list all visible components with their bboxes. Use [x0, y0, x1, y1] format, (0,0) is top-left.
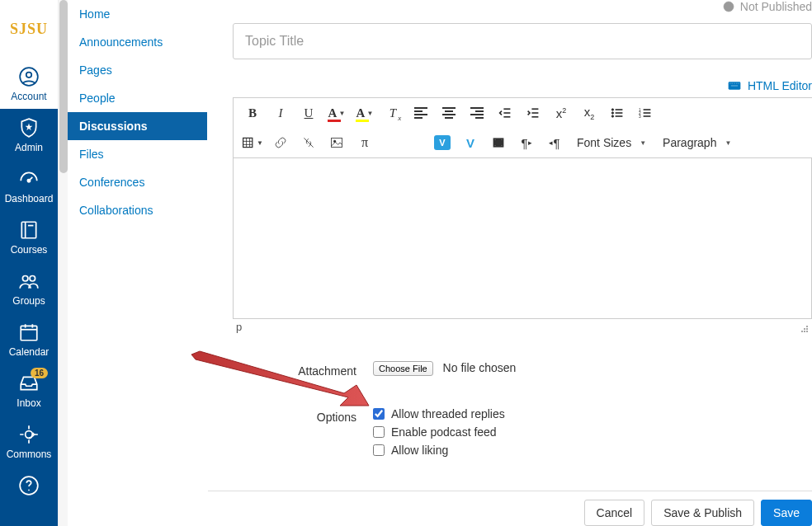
course-nav-home[interactable]: Home [68, 0, 207, 28]
numbered-list-button[interactable]: 123 [631, 101, 659, 124]
svg-point-8 [22, 276, 28, 282]
course-nav-announcements[interactable]: Announcements [68, 28, 207, 56]
course-nav-collaborations[interactable]: Collaborations [68, 196, 207, 224]
allow-liking-checkbox[interactable] [373, 444, 385, 456]
html-editor-link[interactable]: HTML Editor [748, 79, 812, 92]
threaded-replies-checkbox[interactable] [373, 408, 385, 420]
course-nav-people[interactable]: People [68, 84, 207, 112]
global-nav-commons[interactable]: Commons [0, 416, 58, 467]
attachment-label: Attachment [233, 361, 373, 378]
global-nav-dashboard[interactable]: Dashboard [0, 160, 58, 211]
bold-button[interactable]: B [238, 101, 267, 124]
equation-button[interactable]: π [351, 131, 379, 154]
subscript-button[interactable]: x2 [575, 101, 603, 124]
svg-marker-63 [191, 351, 369, 406]
rte-textarea[interactable] [233, 157, 812, 319]
unlink-icon [302, 136, 315, 149]
ul-icon [611, 106, 624, 120]
global-nav-label: Courses [11, 244, 48, 256]
global-nav-label: Admin [15, 142, 43, 153]
indent-icon [526, 106, 540, 120]
svg-point-62 [806, 331, 808, 332]
scroll-track[interactable] [58, 0, 68, 526]
align-right-button[interactable] [463, 101, 491, 124]
table-button[interactable]: ▼ [238, 131, 267, 154]
link-button[interactable] [267, 131, 295, 154]
svg-rect-54 [494, 144, 496, 146]
svg-rect-20 [729, 83, 730, 84]
superscript-button[interactable]: x2 [547, 101, 575, 124]
global-nav-calendar[interactable]: Calendar [0, 313, 58, 364]
global-nav-label: Commons [7, 449, 52, 460]
option-threaded-replies[interactable]: Allow threaded replies [373, 407, 505, 420]
save-publish-button[interactable]: Save & Publish [651, 500, 754, 526]
topic-title-input[interactable] [233, 23, 812, 59]
svg-rect-25 [730, 85, 738, 86]
global-nav-inbox[interactable]: 16 Inbox [0, 364, 58, 416]
align-left-button[interactable] [407, 101, 435, 124]
rte-path[interactable]: p [236, 321, 242, 333]
calendar-icon [18, 322, 40, 343]
underline-button[interactable]: U [295, 101, 323, 124]
shield-icon [18, 117, 40, 139]
course-nav-discussions[interactable]: Discussions [68, 112, 207, 140]
account-icon [18, 66, 40, 87]
image-button[interactable] [323, 131, 351, 154]
bulleted-list-button[interactable] [603, 101, 631, 124]
annotation-arrow [183, 348, 373, 410]
align-center-button[interactable] [435, 101, 463, 124]
svg-text:3: 3 [639, 115, 641, 119]
svg-rect-23 [736, 83, 737, 84]
rte-toolbar: B I U A▼ A▼ Tx x2 x2 123 ▼ π V V ¶▸ [233, 97, 812, 157]
global-nav-label: Inbox [17, 397, 40, 409]
publish-status-text: Not Published [740, 0, 812, 13]
highlight-color-button[interactable]: A▼ [351, 101, 379, 124]
svg-rect-24 [739, 83, 739, 84]
gauge-icon [18, 168, 40, 190]
svg-rect-53 [494, 139, 496, 141]
institution-logo[interactable]: SJSU [0, 0, 58, 58]
global-nav-account[interactable]: Account [0, 58, 58, 109]
font-size-select[interactable]: Font Sizes▼ [569, 131, 654, 154]
text-color-button[interactable]: A▼ [323, 101, 351, 124]
italic-button[interactable]: I [267, 101, 295, 124]
svg-point-32 [611, 109, 613, 110]
global-nav-help[interactable] [0, 467, 58, 503]
video-v-button[interactable]: V [456, 131, 484, 154]
course-nav: Home Announcements Pages People Discussi… [68, 0, 208, 526]
svg-rect-22 [734, 83, 734, 84]
image-icon [330, 136, 343, 149]
global-nav-courses[interactable]: Courses [0, 211, 58, 262]
option-podcast-feed[interactable]: Enable podcast feed [373, 425, 505, 439]
global-nav-label: Groups [12, 295, 45, 307]
ltr-button[interactable]: ¶▸ [512, 131, 541, 154]
course-nav-conferences[interactable]: Conferences [68, 168, 207, 196]
course-nav-files[interactable]: Files [68, 140, 207, 168]
commons-icon [18, 424, 40, 445]
indent-button[interactable] [519, 101, 547, 124]
clear-formatting-button[interactable]: Tx [379, 101, 407, 124]
svg-point-60 [801, 331, 803, 332]
video-vimeo-button[interactable]: V [428, 131, 456, 154]
svg-rect-21 [732, 83, 733, 84]
options-label: Options [233, 407, 373, 424]
save-button[interactable]: Save [761, 500, 812, 526]
podcast-feed-checkbox[interactable] [373, 426, 385, 438]
resize-grip[interactable] [800, 323, 809, 331]
option-allow-liking[interactable]: Allow liking [373, 444, 505, 457]
svg-rect-56 [501, 144, 503, 146]
scroll-thumb[interactable] [59, 0, 68, 173]
svg-point-9 [30, 276, 35, 282]
logo-text: SJSU [10, 21, 48, 38]
cancel-button[interactable]: Cancel [584, 500, 645, 526]
paragraph-select[interactable]: Paragraph▼ [654, 131, 739, 154]
choose-file-button[interactable]: Choose File [373, 361, 433, 376]
course-nav-pages[interactable]: Pages [68, 56, 207, 84]
unlink-button[interactable] [295, 131, 323, 154]
global-nav-groups[interactable]: Groups [0, 262, 58, 313]
global-nav-admin[interactable]: Admin [0, 109, 58, 160]
keyboard-icon [728, 80, 741, 92]
rtl-button[interactable]: ◂¶ [541, 131, 569, 154]
media-button[interactable] [484, 131, 512, 154]
outdent-button[interactable] [491, 101, 519, 124]
